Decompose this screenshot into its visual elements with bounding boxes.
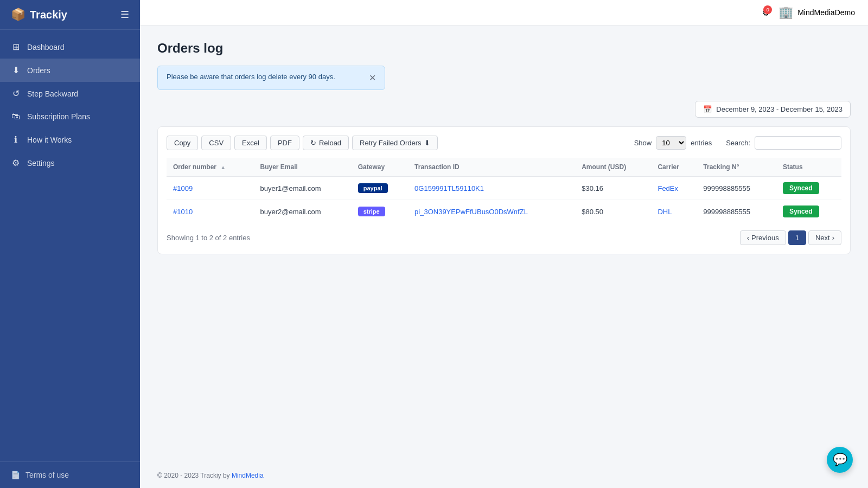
transaction-id-cell: pi_3ON39YEPwFfUBusO0DsWnfZL <box>408 200 575 223</box>
carrier-link[interactable]: FedEx <box>658 184 678 192</box>
status-cell: Synced <box>776 177 841 200</box>
terms-label: Terms of use <box>25 471 69 479</box>
amount-cell: $30.16 <box>575 177 651 200</box>
copyright-text: © 2020 - 2023 Trackiy by <box>157 472 232 479</box>
table-row: #1010 buyer2@email.com stripe pi_3ON39YE… <box>167 200 841 223</box>
sidebar-item-subscription-plans[interactable]: 🛍 Subscription Plans <box>0 105 140 128</box>
pdf-button[interactable]: PDF <box>270 136 299 150</box>
reload-label: Reload <box>319 139 341 147</box>
gear-button[interactable]: ⚙ 0 <box>762 8 770 18</box>
topbar-icons: ⚙ 0 <box>762 8 770 18</box>
next-label: Next <box>815 234 830 242</box>
sidebar-item-label: Settings <box>27 159 55 168</box>
sidebar: 📦 Trackiy ☰ ⊞ Dashboard ⬇ Orders ↺ Step … <box>0 0 140 488</box>
sort-arrow-icon: ▲ <box>220 164 226 170</box>
reload-icon: ↻ <box>310 139 316 147</box>
sidebar-item-step-backward[interactable]: ↺ Step Backward <box>0 82 140 105</box>
page-title: Orders log <box>157 41 851 56</box>
col-buyer-email-label: Buyer Email <box>260 163 297 171</box>
sidebar-item-how-it-works[interactable]: ℹ How it Works <box>0 128 140 151</box>
order-number-cell: #1009 <box>167 177 253 200</box>
topbar: ⚙ 0 🏢 MindMediaDemo <box>140 0 868 25</box>
csv-button[interactable]: CSV <box>201 136 231 150</box>
table-footer: Showing 1 to 2 of 2 entries ‹ Previous 1… <box>167 230 841 245</box>
retry-icon: ⬇ <box>424 139 430 147</box>
user-menu[interactable]: 🏢 MindMediaDemo <box>778 5 855 20</box>
carrier-link[interactable]: DHL <box>658 208 672 216</box>
copy-button[interactable]: Copy <box>167 136 198 150</box>
date-range-picker[interactable]: 📅 December 9, 2023 - December 15, 2023 <box>695 101 851 118</box>
content-area: Orders log Please be aware that orders l… <box>140 25 868 463</box>
alert-text: Please be aware that orders log delete e… <box>167 73 335 81</box>
table-row: #1009 buyer1@email.com paypal 0G159991TL… <box>167 177 841 200</box>
alert-banner: Please be aware that orders log delete e… <box>157 66 385 90</box>
terms-icon: 📄 <box>11 471 20 479</box>
sidebar-nav: ⊞ Dashboard ⬇ Orders ↺ Step Backward 🛍 S… <box>0 30 140 461</box>
gear-badge: 0 <box>763 5 772 14</box>
chevron-right-icon: › <box>832 234 834 242</box>
user-name: MindMediaDemo <box>797 8 855 17</box>
retry-failed-orders-button[interactable]: Retry Failed Orders ⬇ <box>352 136 437 150</box>
orders-table: Order number ▲ Buyer Email Gateway Trans… <box>167 158 841 223</box>
excel-button[interactable]: Excel <box>234 136 267 150</box>
col-order-number[interactable]: Order number ▲ <box>167 158 253 177</box>
col-transaction-id: Transaction ID <box>408 158 575 177</box>
table-header: Order number ▲ Buyer Email Gateway Trans… <box>167 158 841 177</box>
carrier-cell: FedEx <box>651 177 697 200</box>
transaction-id-link[interactable]: pi_3ON39YEPwFfUBusO0DsWnfZL <box>414 208 528 216</box>
col-status-label: Status <box>783 163 803 171</box>
page-1-button[interactable]: 1 <box>788 230 806 245</box>
hamburger-button[interactable]: ☰ <box>120 9 129 21</box>
info-icon: ℹ <box>11 134 21 145</box>
sidebar-item-settings[interactable]: ⚙ Settings <box>0 151 140 175</box>
terms-of-use-link[interactable]: 📄 Terms of use <box>11 471 129 479</box>
alert-close-button[interactable]: ✕ <box>369 73 376 83</box>
search-label: Search: <box>726 139 750 147</box>
search-input[interactable] <box>755 136 841 150</box>
col-tracking: Tracking N° <box>697 158 776 177</box>
calendar-icon: 📅 <box>703 105 712 113</box>
orders-icon: ⬇ <box>11 65 21 75</box>
transaction-id-link[interactable]: 0G159991TL59110K1 <box>414 184 484 192</box>
col-status: Status <box>776 158 841 177</box>
col-amount: Amount (USD) <box>575 158 651 177</box>
status-badge: Synced <box>783 182 819 194</box>
col-gateway-label: Gateway <box>358 163 385 171</box>
entries-select[interactable]: 10 25 50 100 <box>656 136 686 150</box>
col-buyer-email: Buyer Email <box>253 158 351 177</box>
gateway-cell: paypal <box>352 177 408 200</box>
col-transaction-id-label: Transaction ID <box>414 163 459 171</box>
col-carrier-label: Carrier <box>658 163 679 171</box>
col-order-number-label: Order number <box>173 163 216 171</box>
order-number-link[interactable]: #1009 <box>173 184 193 192</box>
date-range-wrapper: 📅 December 9, 2023 - December 15, 2023 <box>157 101 851 118</box>
table-toolbar: Copy CSV Excel PDF ↻ Reload Retry Failed… <box>167 136 841 150</box>
chat-bubble-button[interactable]: 💬 <box>827 447 853 473</box>
col-amount-label: Amount (USD) <box>582 163 626 171</box>
logo-text: Trackiy <box>30 9 67 21</box>
subscription-icon: 🛍 <box>11 112 21 121</box>
next-button[interactable]: Next › <box>808 230 841 245</box>
col-gateway: Gateway <box>352 158 408 177</box>
chevron-left-icon: ‹ <box>747 234 749 242</box>
buyer-email-cell: buyer1@email.com <box>253 177 351 200</box>
table-body: #1009 buyer1@email.com paypal 0G159991TL… <box>167 177 841 223</box>
dashboard-icon: ⊞ <box>11 42 21 52</box>
status-badge: Synced <box>783 206 819 217</box>
col-tracking-label: Tracking N° <box>703 163 739 171</box>
order-number-link[interactable]: #1010 <box>173 208 193 216</box>
sidebar-logo: 📦 Trackiy <box>11 8 67 22</box>
sidebar-item-label: How it Works <box>27 136 72 144</box>
reload-button[interactable]: ↻ Reload <box>303 136 349 150</box>
sidebar-item-orders[interactable]: ⬇ Orders <box>0 59 140 82</box>
entries-control: Show 10 25 50 100 entries <box>634 136 712 150</box>
previous-button[interactable]: ‹ Previous <box>740 230 786 245</box>
pagination: ‹ Previous 1 Next › <box>740 230 841 245</box>
chat-icon: 💬 <box>833 453 847 467</box>
sidebar-item-dashboard[interactable]: ⊞ Dashboard <box>0 35 140 59</box>
user-icon: 🏢 <box>778 5 793 20</box>
mindmedia-link[interactable]: MindMedia <box>232 472 264 479</box>
sidebar-item-label: Subscription Plans <box>27 112 90 121</box>
sidebar-item-label: Orders <box>27 66 50 75</box>
search-control: Search: <box>726 136 841 150</box>
